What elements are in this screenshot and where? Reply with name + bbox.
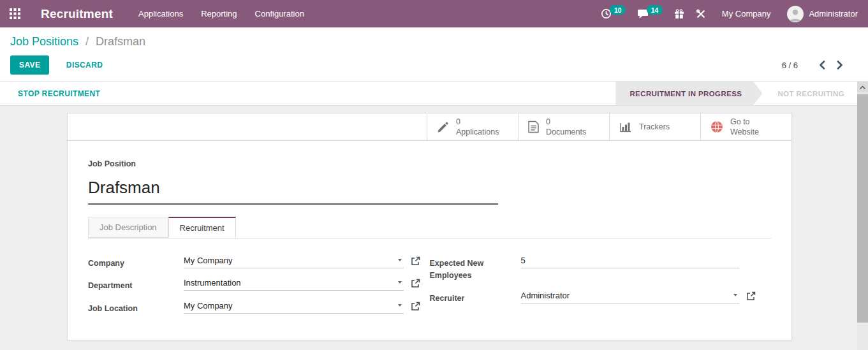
recruiter-value[interactable]: Administrator xyxy=(521,291,730,300)
globe-icon xyxy=(710,120,723,133)
applications-stat-button[interactable]: 0 Applications xyxy=(427,113,518,140)
discard-button[interactable]: DISCARD xyxy=(57,55,112,75)
statusbar: STOP RECRUITMENT RECRUITMENT IN PROGRESS… xyxy=(0,81,868,106)
tab-job-description[interactable]: Job Description xyxy=(88,217,168,238)
company-row: Company My Company xyxy=(88,256,430,270)
department-external-link-button[interactable] xyxy=(411,278,420,288)
stage-not-recruiting[interactable]: NOT RECRUITING xyxy=(762,82,857,105)
documents-label: Documents xyxy=(546,127,586,137)
tools-button[interactable] xyxy=(690,0,712,27)
navbar-systray: 10 14 My Company Administrator xyxy=(595,0,863,27)
button-box: 0 Applications 0 Documents Trackers Go t… xyxy=(68,113,791,141)
menu-configuration[interactable]: Configuration xyxy=(246,0,313,27)
recruiter-field[interactable]: Administrator xyxy=(521,291,739,303)
apps-grid-icon xyxy=(10,8,20,19)
notebook-tabs: Job Description Recruitment xyxy=(88,217,771,238)
chevron-right-icon xyxy=(837,61,843,69)
trackers-label: Trackers xyxy=(639,122,670,132)
breadcrumb: Job Positions / Drafsman xyxy=(10,35,858,48)
external-link-icon xyxy=(411,279,420,288)
scroll-up-icon xyxy=(860,85,865,89)
department-label: Department xyxy=(88,278,184,292)
expected-new-employees-field[interactable]: 5 xyxy=(521,256,739,268)
activities-button[interactable]: 10 xyxy=(595,0,631,27)
company-switcher[interactable]: My Company xyxy=(712,0,781,27)
document-icon xyxy=(528,120,539,133)
go-to-website-button[interactable]: Go to Website xyxy=(700,113,791,140)
recruitment-tab-content: Company My Company Department Instrument… xyxy=(88,256,771,323)
gift-icon xyxy=(674,9,684,19)
applications-count: 0 xyxy=(456,117,499,127)
bar-chart-icon xyxy=(619,122,632,133)
job-position-input[interactable]: Drafsman xyxy=(88,178,498,205)
company-field[interactable]: My Company xyxy=(184,256,404,268)
dropdown-caret-icon[interactable] xyxy=(398,259,402,261)
department-value[interactable]: Instrumentation xyxy=(184,278,394,288)
expected-new-employees-label: Expected New Employees xyxy=(430,256,521,282)
scrollbar-thumb[interactable] xyxy=(857,94,868,323)
department-row: Department Instrumentation xyxy=(88,278,430,292)
applications-label: Applications xyxy=(456,127,499,137)
pager-previous-button[interactable] xyxy=(813,58,831,72)
tools-icon xyxy=(696,9,706,19)
job-location-label: Job Location xyxy=(88,301,184,315)
messages-badge: 14 xyxy=(647,5,663,15)
job-position-label: Job Position xyxy=(88,159,771,168)
recruiter-row: Recruiter Administrator xyxy=(430,291,772,305)
documents-stat-button[interactable]: 0 Documents xyxy=(518,113,609,140)
form-buttons: SAVE DISCARD xyxy=(10,55,112,75)
app-title[interactable]: Recruitment xyxy=(41,7,113,21)
stage-recruitment-in-progress[interactable]: RECRUITMENT IN PROGRESS xyxy=(615,82,762,105)
apps-menu-button[interactable] xyxy=(0,0,29,27)
menu-reporting[interactable]: Reporting xyxy=(192,0,246,27)
pager-next-button[interactable] xyxy=(831,58,849,72)
user-menu[interactable]: Administrator xyxy=(781,0,863,27)
gift-button[interactable] xyxy=(668,0,690,27)
top-navbar: Recruitment Applications Reporting Confi… xyxy=(0,0,868,27)
recruiter-label: Recruiter xyxy=(430,291,521,305)
main-menu: Applications Reporting Configuration xyxy=(129,0,313,27)
pager-value: 6 / 6 xyxy=(782,61,798,70)
user-avatar xyxy=(787,6,804,22)
trackers-stat-button[interactable]: Trackers xyxy=(609,113,700,140)
pencil-icon xyxy=(437,121,449,133)
expected-new-employees-value[interactable]: 5 xyxy=(521,256,739,265)
save-button[interactable]: SAVE xyxy=(10,55,49,75)
chevron-left-icon xyxy=(819,61,825,69)
scroll-up-button[interactable] xyxy=(857,82,868,92)
dropdown-caret-icon[interactable] xyxy=(398,281,402,284)
activities-badge: 10 xyxy=(610,5,626,15)
breadcrumb-job-positions[interactable]: Job Positions xyxy=(10,35,78,48)
stage-widget: RECRUITMENT IN PROGRESS NOT RECRUITING xyxy=(615,82,857,105)
external-link-icon xyxy=(746,291,756,301)
breadcrumb-separator: / xyxy=(85,35,89,48)
expected-new-employees-row: Expected New Employees 5 xyxy=(430,256,772,282)
department-field[interactable]: Instrumentation xyxy=(184,278,404,291)
company-label: Company xyxy=(88,256,184,270)
job-location-value[interactable]: My Company xyxy=(184,301,394,310)
dropdown-caret-icon[interactable] xyxy=(398,304,402,307)
external-link-icon xyxy=(411,302,420,311)
control-panel: Job Positions / Drafsman SAVE DISCARD 6 … xyxy=(0,27,868,81)
breadcrumb-current: Drafsman xyxy=(96,35,145,48)
dropdown-caret-icon[interactable] xyxy=(733,294,737,296)
form-view: 0 Applications 0 Documents Trackers Go t… xyxy=(0,106,868,350)
menu-applications[interactable]: Applications xyxy=(129,0,192,27)
job-location-row: Job Location My Company xyxy=(88,301,430,315)
tab-recruitment[interactable]: Recruitment xyxy=(168,217,236,238)
vertical-scrollbar[interactable] xyxy=(857,82,868,350)
stop-recruitment-button[interactable]: STOP RECRUITMENT xyxy=(18,89,100,98)
documents-count: 0 xyxy=(546,117,586,127)
go-to-website-label: Go to Website xyxy=(730,117,766,138)
pager: 6 / 6 xyxy=(782,58,849,72)
external-link-icon xyxy=(411,256,420,266)
job-location-field[interactable]: My Company xyxy=(184,301,404,314)
form-sheet: 0 Applications 0 Documents Trackers Go t… xyxy=(67,113,792,340)
messages-button[interactable]: 14 xyxy=(631,0,668,27)
user-name: Administrator xyxy=(809,9,858,18)
recruiter-external-link-button[interactable] xyxy=(746,291,756,301)
job-location-external-link-button[interactable] xyxy=(411,301,420,311)
company-external-link-button[interactable] xyxy=(411,256,420,266)
company-value[interactable]: My Company xyxy=(184,256,394,265)
